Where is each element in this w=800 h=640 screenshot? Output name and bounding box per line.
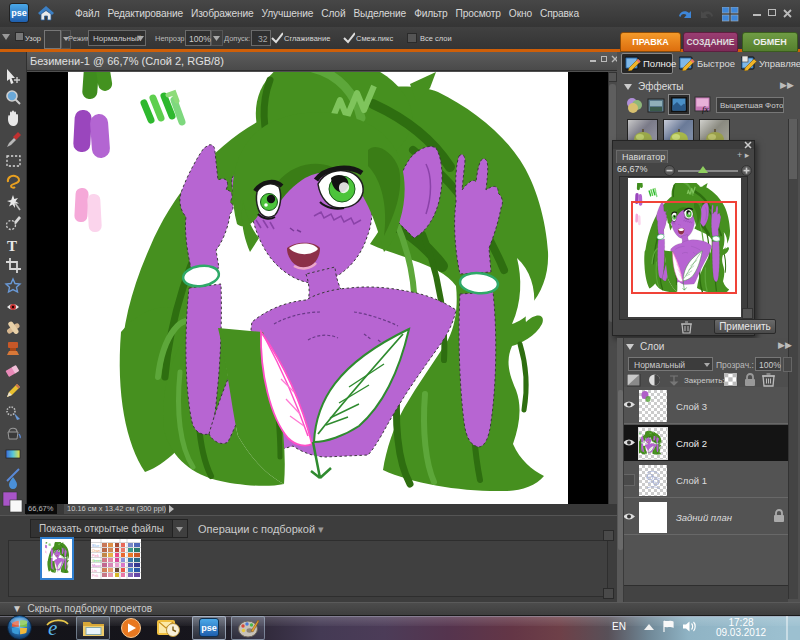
svg-text:Pnk: Pnk xyxy=(92,574,98,578)
svg-text:fx: fx xyxy=(702,104,709,114)
svg-text:T: T xyxy=(7,238,17,254)
